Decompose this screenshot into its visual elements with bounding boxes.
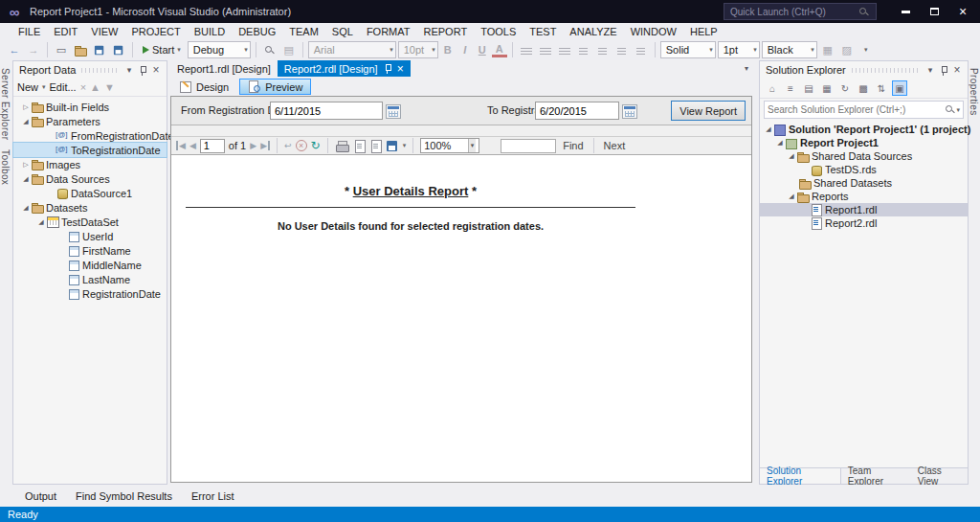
menu-report[interactable]: REPORT xyxy=(417,26,475,37)
to-date-calendar-button[interactable] xyxy=(621,102,638,120)
previous-page-icon[interactable]: ◀ xyxy=(189,141,196,150)
pin-icon[interactable] xyxy=(383,63,392,74)
print-icon[interactable] xyxy=(335,140,349,152)
decrease-indent-icon[interactable] xyxy=(613,41,631,58)
menu-sql[interactable]: SQL xyxy=(325,26,360,37)
bold-icon[interactable]: B xyxy=(440,44,456,56)
tree-item-parameters[interactable]: Parameters xyxy=(13,114,167,128)
find-in-files-icon[interactable] xyxy=(261,41,278,58)
tab-output[interactable]: Output xyxy=(17,488,64,505)
menu-view[interactable]: VIEW xyxy=(84,26,124,37)
chevron-expanded-icon[interactable] xyxy=(21,204,31,212)
close-panel-icon[interactable] xyxy=(149,63,163,77)
align-right-icon[interactable] xyxy=(556,41,573,58)
menu-format[interactable]: FORMAT xyxy=(360,26,417,37)
tree-item-report1-rdl[interactable]: Report1.rdl xyxy=(760,203,968,216)
debug-configuration-select[interactable]: Debug ▾ xyxy=(188,41,251,58)
server-explorer-tab[interactable]: Server Explorer xyxy=(0,66,11,142)
chevron-expanded-icon[interactable] xyxy=(21,118,31,125)
font-family-select[interactable]: Arial ▾ xyxy=(308,41,396,58)
tab-error-list[interactable]: Error List xyxy=(184,488,242,505)
increase-indent-icon[interactable] xyxy=(633,41,650,58)
tree-item-images[interactable]: Images xyxy=(13,157,167,171)
menu-edit[interactable]: EDIT xyxy=(47,26,84,37)
tree-item-datasource1[interactable]: DataSource1 xyxy=(13,186,167,200)
border-style-select[interactable]: Solid ▾ xyxy=(660,41,716,58)
open-file-icon[interactable] xyxy=(72,41,89,58)
refresh-icon[interactable] xyxy=(311,139,321,152)
new-menu-button[interactable]: New xyxy=(17,81,38,93)
chevron-collapsed-icon[interactable] xyxy=(21,161,31,169)
menu-test[interactable]: TEST xyxy=(523,26,563,37)
tree-item-solution[interactable]: Solution 'Report Project1' (1 project) xyxy=(760,123,968,136)
next-link[interactable]: Next xyxy=(601,140,629,151)
pin-icon[interactable] xyxy=(937,63,950,77)
window-position-icon[interactable]: ▾ xyxy=(122,63,136,77)
chevron-down-icon[interactable]: ▾ xyxy=(956,106,960,114)
stop-rendering-icon[interactable] xyxy=(296,140,307,151)
tab-report2-rdl[interactable]: Report2.rdl [Design] xyxy=(278,60,411,77)
tree-item-registrationdate[interactable]: RegistrationDate xyxy=(13,286,167,301)
tab-design[interactable]: Design xyxy=(170,79,237,95)
close-tab-icon[interactable] xyxy=(397,62,404,76)
tree-item-toregistrationdate[interactable]: ToRegistrationDate xyxy=(13,143,167,157)
pin-icon[interactable] xyxy=(136,63,149,77)
tab-preview[interactable]: Preview xyxy=(239,79,311,95)
next-page-icon[interactable]: ▶ xyxy=(250,141,256,150)
bullet-list-icon[interactable] xyxy=(575,41,592,58)
chevron-expanded-icon[interactable] xyxy=(787,193,796,200)
menu-help[interactable]: HELP xyxy=(683,26,724,37)
move-down-icon[interactable]: ▼ xyxy=(104,81,115,93)
chevron-expanded-icon[interactable] xyxy=(775,139,785,147)
toolbar-options-icon[interactable]: ▾ xyxy=(858,41,875,58)
find-link[interactable]: Find xyxy=(560,140,586,151)
start-debug-button[interactable]: Start ▾ xyxy=(138,41,186,58)
tree-item-fromregistrationdate[interactable]: FromRegistrationDate xyxy=(13,128,167,143)
preview-selected-items-icon[interactable]: ▣ xyxy=(892,80,907,96)
save-all-icon[interactable] xyxy=(110,41,127,58)
properties-icon[interactable]: ▤ xyxy=(801,80,816,96)
chevron-expanded-icon[interactable] xyxy=(36,218,46,226)
menu-project[interactable]: PROJECT xyxy=(124,26,187,37)
toolbox-tab[interactable]: Toolbox xyxy=(0,148,11,187)
show-all-files-icon[interactable]: ▦ xyxy=(819,80,835,96)
menu-debug[interactable]: DEBUG xyxy=(232,26,282,37)
last-page-icon[interactable]: ▶ xyxy=(260,141,270,150)
chevron-expanded-icon[interactable] xyxy=(21,175,31,183)
fill-color-icon[interactable]: ▨ xyxy=(838,41,856,58)
menu-tools[interactable]: TOOLS xyxy=(474,26,523,37)
view-code-icon[interactable]: ▩ xyxy=(856,80,871,96)
comment-icon[interactable]: ▤ xyxy=(280,41,298,58)
minimize-button[interactable] xyxy=(891,0,920,23)
close-button[interactable] xyxy=(948,0,977,23)
collapse-all-icon[interactable]: ≡ xyxy=(783,80,798,96)
italic-icon[interactable]: I xyxy=(457,44,473,56)
chevron-expanded-icon[interactable] xyxy=(787,152,796,160)
border-width-select[interactable]: 1pt ▾ xyxy=(718,41,760,58)
font-size-select[interactable]: 10pt ▾ xyxy=(398,41,438,58)
font-color-icon[interactable]: A xyxy=(492,43,507,57)
tree-item-datasets[interactable]: Datasets xyxy=(13,200,167,215)
tree-item-testds-rds[interactable]: TestDS.rds xyxy=(760,163,968,176)
navigate-back-icon[interactable]: ← xyxy=(6,41,23,58)
solution-search-input[interactable] xyxy=(768,104,944,115)
save-icon[interactable] xyxy=(91,41,108,58)
menu-analyze[interactable]: ANALYZE xyxy=(563,26,623,37)
tree-item-report2-rdl[interactable]: Report2.rdl xyxy=(760,216,968,230)
sync-with-active-document-icon[interactable]: ⇅ xyxy=(874,80,889,96)
maximize-button[interactable] xyxy=(920,0,948,23)
delete-icon[interactable]: × xyxy=(80,81,86,93)
tab-class-view[interactable]: Class View xyxy=(911,468,968,484)
view-report-button[interactable]: View Report xyxy=(671,101,746,121)
navigate-forward-icon[interactable]: → xyxy=(25,41,42,58)
move-up-icon[interactable]: ▲ xyxy=(90,81,100,93)
numbered-list-icon[interactable] xyxy=(594,41,612,58)
current-page-input[interactable] xyxy=(200,139,225,153)
export-chevron-icon[interactable]: ▾ xyxy=(403,142,407,149)
tree-item-data-sources[interactable]: Data Sources xyxy=(13,171,167,186)
tree-item-lastname[interactable]: LastName xyxy=(13,272,167,286)
export-icon[interactable] xyxy=(386,140,399,152)
tab-list-chevron-icon[interactable]: ▾ xyxy=(745,64,748,73)
properties-tab[interactable]: Properties xyxy=(969,66,979,118)
zoom-select[interactable]: 100% ▾ xyxy=(420,138,479,153)
